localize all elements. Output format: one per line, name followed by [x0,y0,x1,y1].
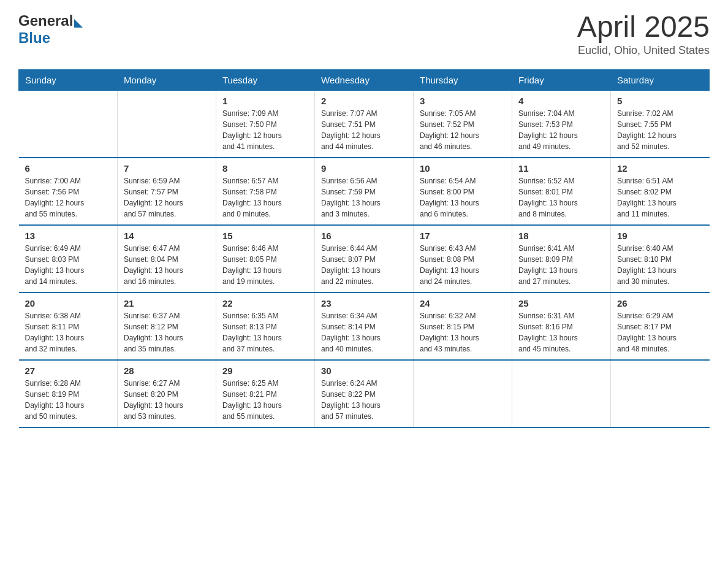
day-cell: 21Sunrise: 6:37 AM Sunset: 8:12 PM Dayli… [118,293,216,360]
day-cell: 24Sunrise: 6:32 AM Sunset: 8:15 PM Dayli… [414,293,512,360]
day-info: Sunrise: 6:57 AM Sunset: 7:58 PM Dayligh… [222,175,308,220]
day-cell: 12Sunrise: 6:51 AM Sunset: 8:02 PM Dayli… [611,158,710,225]
logo-blue-text: Blue [18,29,50,46]
day-info: Sunrise: 6:29 AM Sunset: 8:17 PM Dayligh… [617,310,703,354]
day-cell [118,91,216,158]
day-number: 21 [124,298,210,308]
day-info: Sunrise: 7:07 AM Sunset: 7:51 PM Dayligh… [321,108,407,152]
day-info: Sunrise: 6:28 AM Sunset: 8:19 PM Dayligh… [25,378,112,422]
day-number: 16 [321,231,407,241]
day-number: 7 [124,163,210,174]
day-number: 8 [222,163,308,174]
day-number: 28 [124,366,210,376]
week-row-4: 20Sunrise: 6:38 AM Sunset: 8:11 PM Dayli… [19,293,710,360]
title-block: April 2025 Euclid, Ohio, United States [577,12,710,57]
header-cell-saturday: Saturday [611,70,710,91]
day-info: Sunrise: 6:46 AM Sunset: 8:05 PM Dayligh… [222,243,308,287]
day-cell: 1Sunrise: 7:09 AM Sunset: 7:50 PM Daylig… [216,91,315,158]
day-info: Sunrise: 7:05 AM Sunset: 7:52 PM Dayligh… [420,108,506,152]
day-number: 14 [124,231,210,241]
day-number: 4 [518,96,604,106]
day-number: 30 [321,366,407,376]
header-cell-friday: Friday [512,70,611,91]
day-number: 24 [420,298,506,308]
day-cell: 16Sunrise: 6:44 AM Sunset: 8:07 PM Dayli… [315,225,414,293]
day-number: 13 [25,231,112,241]
week-row-2: 6Sunrise: 7:00 AM Sunset: 7:56 PM Daylig… [19,158,710,225]
day-cell [611,360,710,427]
day-info: Sunrise: 6:56 AM Sunset: 7:59 PM Dayligh… [321,175,407,220]
day-info: Sunrise: 6:40 AM Sunset: 8:10 PM Dayligh… [617,243,703,287]
day-cell: 26Sunrise: 6:29 AM Sunset: 8:17 PM Dayli… [611,293,710,360]
page-header: General Blue April 2025 Euclid, Ohio, Un… [18,12,710,57]
day-cell: 5Sunrise: 7:02 AM Sunset: 7:55 PM Daylig… [611,91,710,158]
day-info: Sunrise: 6:37 AM Sunset: 8:12 PM Dayligh… [124,310,210,354]
day-cell: 15Sunrise: 6:46 AM Sunset: 8:05 PM Dayli… [216,225,315,293]
day-number: 11 [518,163,604,174]
day-number: 18 [518,231,604,241]
header-cell-monday: Monday [118,70,216,91]
day-info: Sunrise: 6:27 AM Sunset: 8:20 PM Dayligh… [124,378,210,422]
day-info: Sunrise: 6:47 AM Sunset: 8:04 PM Dayligh… [124,243,210,287]
day-cell: 17Sunrise: 6:43 AM Sunset: 8:08 PM Dayli… [414,225,512,293]
day-info: Sunrise: 6:49 AM Sunset: 8:03 PM Dayligh… [25,243,112,287]
day-cell [512,360,611,427]
day-info: Sunrise: 6:34 AM Sunset: 8:14 PM Dayligh… [321,310,407,354]
day-number: 17 [420,231,506,241]
location-text: Euclid, Ohio, United States [577,44,710,57]
day-cell: 28Sunrise: 6:27 AM Sunset: 8:20 PM Dayli… [118,360,216,427]
logo-general-text: General [18,12,73,29]
day-cell: 14Sunrise: 6:47 AM Sunset: 8:04 PM Dayli… [118,225,216,293]
month-title: April 2025 [577,12,710,42]
header-row: SundayMondayTuesdayWednesdayThursdayFrid… [19,70,710,91]
day-number: 12 [617,163,703,174]
day-number: 29 [222,366,308,376]
week-row-5: 27Sunrise: 6:28 AM Sunset: 8:19 PM Dayli… [19,360,710,427]
logo: General Blue [18,12,83,47]
day-cell: 4Sunrise: 7:04 AM Sunset: 7:53 PM Daylig… [512,91,611,158]
day-cell: 19Sunrise: 6:40 AM Sunset: 8:10 PM Dayli… [611,225,710,293]
day-info: Sunrise: 6:59 AM Sunset: 7:57 PM Dayligh… [124,175,210,220]
day-cell: 7Sunrise: 6:59 AM Sunset: 7:57 PM Daylig… [118,158,216,225]
logo-arrow-icon [74,19,83,28]
calendar-table: SundayMondayTuesdayWednesdayThursdayFrid… [18,69,710,428]
day-info: Sunrise: 7:02 AM Sunset: 7:55 PM Dayligh… [617,108,703,152]
day-number: 10 [420,163,506,174]
day-cell: 29Sunrise: 6:25 AM Sunset: 8:21 PM Dayli… [216,360,315,427]
header-cell-thursday: Thursday [414,70,512,91]
day-cell: 11Sunrise: 6:52 AM Sunset: 8:01 PM Dayli… [512,158,611,225]
day-cell: 9Sunrise: 6:56 AM Sunset: 7:59 PM Daylig… [315,158,414,225]
week-row-1: 1Sunrise: 7:09 AM Sunset: 7:50 PM Daylig… [19,91,710,158]
day-cell: 13Sunrise: 6:49 AM Sunset: 8:03 PM Dayli… [19,225,118,293]
header-cell-sunday: Sunday [19,70,118,91]
day-cell: 22Sunrise: 6:35 AM Sunset: 8:13 PM Dayli… [216,293,315,360]
day-info: Sunrise: 7:09 AM Sunset: 7:50 PM Dayligh… [222,108,308,152]
day-number: 5 [617,96,703,106]
day-cell: 3Sunrise: 7:05 AM Sunset: 7:52 PM Daylig… [414,91,512,158]
day-number: 2 [321,96,407,106]
day-info: Sunrise: 7:00 AM Sunset: 7:56 PM Dayligh… [25,175,112,220]
day-cell [414,360,512,427]
day-number: 22 [222,298,308,308]
day-info: Sunrise: 6:43 AM Sunset: 8:08 PM Dayligh… [420,243,506,287]
day-info: Sunrise: 6:44 AM Sunset: 8:07 PM Dayligh… [321,243,407,287]
day-info: Sunrise: 6:32 AM Sunset: 8:15 PM Dayligh… [420,310,506,354]
day-number: 9 [321,163,407,174]
day-cell: 23Sunrise: 6:34 AM Sunset: 8:14 PM Dayli… [315,293,414,360]
day-info: Sunrise: 6:31 AM Sunset: 8:16 PM Dayligh… [518,310,604,354]
day-number: 20 [25,298,112,308]
day-number: 19 [617,231,703,241]
header-cell-wednesday: Wednesday [315,70,414,91]
day-info: Sunrise: 6:51 AM Sunset: 8:02 PM Dayligh… [617,175,703,220]
calendar-body: 1Sunrise: 7:09 AM Sunset: 7:50 PM Daylig… [19,91,710,428]
day-info: Sunrise: 6:54 AM Sunset: 8:00 PM Dayligh… [420,175,506,220]
day-number: 23 [321,298,407,308]
day-info: Sunrise: 6:41 AM Sunset: 8:09 PM Dayligh… [518,243,604,287]
day-cell: 25Sunrise: 6:31 AM Sunset: 8:16 PM Dayli… [512,293,611,360]
day-info: Sunrise: 6:25 AM Sunset: 8:21 PM Dayligh… [222,378,308,422]
day-number: 15 [222,231,308,241]
day-cell: 30Sunrise: 6:24 AM Sunset: 8:22 PM Dayli… [315,360,414,427]
day-info: Sunrise: 7:04 AM Sunset: 7:53 PM Dayligh… [518,108,604,152]
calendar-header: SundayMondayTuesdayWednesdayThursdayFrid… [19,70,710,91]
day-cell: 18Sunrise: 6:41 AM Sunset: 8:09 PM Dayli… [512,225,611,293]
